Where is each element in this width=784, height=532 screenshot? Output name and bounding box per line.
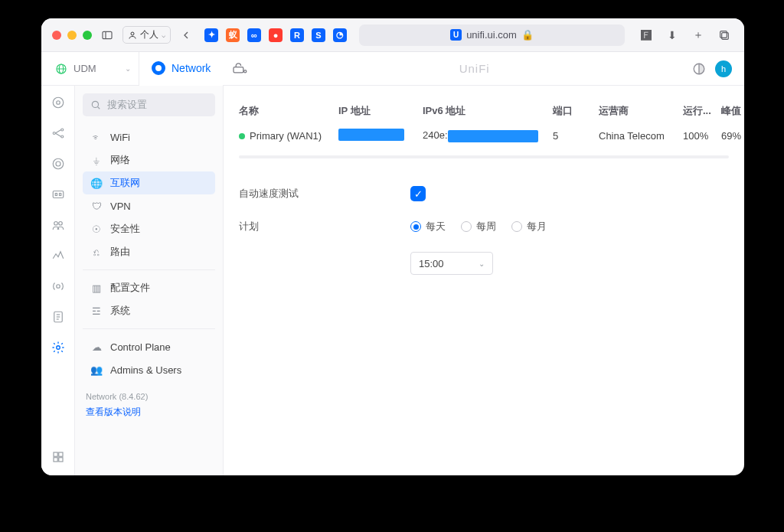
profile-button[interactable]: 个人 ⌵ (122, 26, 171, 44)
rail-radios-icon[interactable] (51, 279, 66, 294)
redacted-ip (338, 129, 404, 141)
zoom-icon[interactable] (83, 31, 92, 40)
svg-rect-0 (103, 31, 112, 38)
col-ipv6: IPv6 地址 (423, 104, 553, 118)
redacted-ipv6 (448, 130, 538, 142)
site-globe-icon (55, 63, 67, 75)
radio-weekly[interactable]: 每周 (461, 220, 496, 233)
theme-toggle-icon[interactable] (692, 62, 706, 76)
sidebar-item-profiles[interactable]: ▥配置文件 (83, 276, 215, 299)
sidebar-item-system[interactable]: ☲系统 (83, 299, 215, 322)
svg-point-21 (54, 222, 57, 226)
sidebar-item-wifi[interactable]: ᯤWiFi (83, 126, 215, 149)
sidebar-item-routing[interactable]: ⎌路由 (83, 240, 215, 263)
user-avatar[interactable]: h (715, 60, 732, 77)
rail-ports-icon[interactable] (51, 187, 66, 202)
ext-icon-4[interactable]: ● (269, 28, 283, 42)
address-bar[interactable]: U unifi.ui.com 🔒 (359, 24, 625, 46)
lock-icon: 🔒 (521, 29, 534, 41)
sidebar-item-vpn[interactable]: 🛡VPN (83, 194, 215, 217)
nav-rail (41, 86, 75, 475)
back-button[interactable] (177, 26, 195, 44)
schedule-radio-group: 每天 每周 每月 (410, 220, 547, 233)
download-icon[interactable]: ⬇ (663, 26, 681, 44)
settings-sidebar: 搜索设置 ᯤWiFi ⏚网络 🌐互联网 🛡VPN ☉安全性 ⎌路由 ▥配置文件 … (75, 86, 224, 475)
col-port: 端口 (553, 104, 599, 118)
new-tab-icon[interactable]: ＋ (689, 26, 707, 44)
sidebar-item-control-plane[interactable]: ☁Control Plane (83, 335, 215, 358)
ext-icon-1[interactable]: ✦ (204, 28, 218, 42)
rail-apps-icon[interactable] (51, 449, 66, 465)
search-icon (90, 100, 101, 110)
speedtest-checkbox[interactable]: ✓ (410, 186, 426, 201)
ext-icon-5[interactable]: R (290, 28, 304, 42)
rail-insights-icon[interactable] (51, 248, 66, 263)
profiles-icon: ▥ (90, 282, 103, 294)
col-uptime: 运行... (683, 104, 721, 118)
cell-ipv6: 240e: (423, 129, 553, 142)
schedule-label: 计划 (239, 220, 410, 233)
tab-label: Network (172, 62, 211, 74)
close-icon[interactable] (52, 31, 61, 40)
brand-logo: UniFi (256, 62, 692, 75)
tab-network[interactable]: Network (139, 52, 223, 86)
browser-window: 个人 ⌵ ✦ 蚁 ∞ ● R S ◔ U unifi.ui.com 🔒 🅵 ⬇ … (41, 18, 744, 475)
favicon-icon: U (450, 29, 462, 41)
sidebar-toggle-icon[interactable] (98, 26, 116, 44)
radio-label: 每周 (476, 220, 496, 233)
table-scrollbar[interactable] (239, 155, 729, 158)
sidebar-item-internet[interactable]: 🌐互联网 (83, 171, 215, 194)
cell-isp: China Telecom (599, 130, 683, 142)
app-header: UDM ⌄ Network UniFi h (41, 52, 744, 86)
nav-label: 互联网 (110, 176, 140, 190)
svg-point-22 (58, 222, 62, 226)
tab-protect[interactable] (223, 52, 256, 86)
rail-logs-icon[interactable] (51, 309, 66, 325)
svg-rect-29 (54, 452, 57, 456)
rail-dashboard-icon[interactable] (51, 95, 66, 110)
sidebar-item-security[interactable]: ☉安全性 (83, 217, 215, 240)
release-notes-link[interactable]: 查看版本说明 (86, 406, 215, 419)
time-select[interactable]: 15:00 ⌄ (410, 252, 493, 275)
svg-rect-31 (54, 458, 57, 462)
radio-monthly[interactable]: 每月 (511, 220, 547, 233)
site-selector[interactable]: UDM ⌄ (49, 52, 139, 86)
svg-rect-4 (720, 31, 727, 38)
translate-icon[interactable]: 🅵 (637, 26, 655, 44)
system-icon: ☲ (90, 305, 103, 317)
table-header: 名称 IP 地址 IPv6 地址 端口 运营商 运行... 峰值 (239, 100, 729, 122)
speedtest-settings: 自动速度测试 ✓ 计划 每天 每周 每月 15:00 ⌄ (239, 186, 729, 275)
main-content: 名称 IP 地址 IPv6 地址 端口 运营商 运行... 峰值 Primary… (224, 86, 744, 475)
svg-rect-8 (234, 67, 243, 72)
time-value: 15:00 (419, 258, 444, 269)
cloud-icon: ☁ (90, 341, 103, 353)
minimize-icon[interactable] (67, 31, 77, 40)
window-controls[interactable] (52, 31, 92, 40)
wifi-icon: ᯤ (90, 132, 103, 143)
table-row[interactable]: Primary (WAN1) 240e: 5 China Telecom 100… (239, 122, 729, 149)
rail-clients-icon[interactable] (51, 217, 66, 233)
svg-rect-3 (722, 32, 729, 39)
tabs-icon[interactable] (715, 26, 733, 44)
rail-settings-icon[interactable] (51, 340, 66, 355)
rail-topology-icon[interactable] (51, 126, 66, 141)
ext-icon-2[interactable]: 蚁 (226, 28, 240, 42)
svg-rect-19 (55, 194, 57, 196)
network-icon: ⏚ (90, 155, 103, 166)
rail-devices-icon[interactable] (51, 156, 66, 171)
users-icon: 👥 (90, 364, 103, 376)
radio-daily[interactable]: 每天 (410, 220, 446, 233)
ext-icon-7[interactable]: ◔ (333, 28, 347, 42)
ext-icon-6[interactable]: S (312, 28, 325, 42)
svg-point-33 (92, 101, 98, 107)
svg-point-14 (60, 129, 63, 131)
wan-table: 名称 IP 地址 IPv6 地址 端口 运营商 运行... 峰值 Primary… (239, 100, 729, 158)
svg-point-15 (60, 135, 63, 138)
nav-label: WiFi (110, 132, 130, 143)
ext-icon-3[interactable]: ∞ (247, 28, 261, 42)
browser-toolbar: 个人 ⌵ ✦ 蚁 ∞ ● R S ◔ U unifi.ui.com 🔒 🅵 ⬇ … (41, 18, 744, 52)
sidebar-item-admins[interactable]: 👥Admins & Users (83, 358, 215, 381)
settings-search[interactable]: 搜索设置 (83, 93, 215, 116)
svg-line-34 (97, 106, 100, 109)
sidebar-item-networks[interactable]: ⏚网络 (83, 149, 215, 171)
